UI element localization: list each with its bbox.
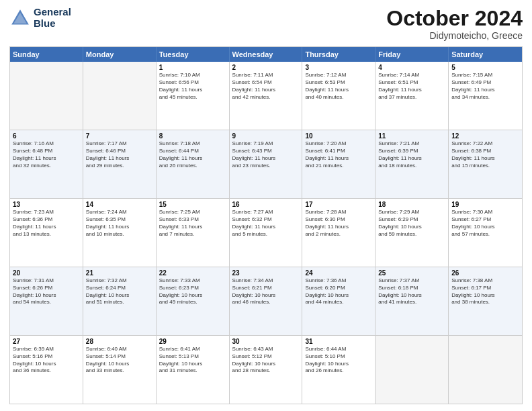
day-cell-5: 5Sunrise: 7:15 AM Sunset: 6:49 PM Daylig… <box>449 62 522 130</box>
day-cell-1: 1Sunrise: 7:10 AM Sunset: 6:56 PM Daylig… <box>157 62 230 130</box>
day-number: 26 <box>451 269 519 277</box>
calendar-body: 1Sunrise: 7:10 AM Sunset: 6:56 PM Daylig… <box>10 62 522 404</box>
logo-line1: General <box>34 7 71 18</box>
day-info: Sunrise: 7:30 AM Sunset: 6:27 PM Dayligh… <box>451 209 519 238</box>
day-cell-14: 14Sunrise: 7:24 AM Sunset: 6:35 PM Dayli… <box>83 199 157 267</box>
day-number: 8 <box>159 132 226 140</box>
day-cell-13: 13Sunrise: 7:23 AM Sunset: 6:36 PM Dayli… <box>10 199 83 267</box>
logo: General Blue <box>9 7 71 29</box>
day-number: 29 <box>159 338 226 345</box>
day-info: Sunrise: 7:25 AM Sunset: 6:33 PM Dayligh… <box>159 209 226 238</box>
day-info: Sunrise: 7:16 AM Sunset: 6:48 PM Dayligh… <box>13 140 80 169</box>
calendar-row-0: 1Sunrise: 7:10 AM Sunset: 6:56 PM Daylig… <box>10 62 522 130</box>
day-cell-27: 27Sunrise: 6:39 AM Sunset: 5:16 PM Dayli… <box>10 336 83 404</box>
day-number: 13 <box>13 201 80 208</box>
day-cell-10: 10Sunrise: 7:20 AM Sunset: 6:41 PM Dayli… <box>302 130 375 198</box>
day-number: 23 <box>232 269 300 277</box>
day-number: 4 <box>378 64 445 71</box>
day-number: 30 <box>232 338 300 345</box>
day-info: Sunrise: 7:33 AM Sunset: 6:23 PM Dayligh… <box>159 277 226 306</box>
day-cell-6: 6Sunrise: 7:16 AM Sunset: 6:48 PM Daylig… <box>10 130 83 198</box>
day-info: Sunrise: 7:14 AM Sunset: 6:51 PM Dayligh… <box>378 72 445 101</box>
day-info: Sunrise: 6:39 AM Sunset: 5:16 PM Dayligh… <box>13 346 80 375</box>
day-number: 22 <box>159 269 226 277</box>
day-info: Sunrise: 7:22 AM Sunset: 6:38 PM Dayligh… <box>451 140 519 169</box>
calendar-row-1: 6Sunrise: 7:16 AM Sunset: 6:48 PM Daylig… <box>10 130 522 198</box>
day-cell-20: 20Sunrise: 7:31 AM Sunset: 6:26 PM Dayli… <box>10 267 83 335</box>
day-cell-3: 3Sunrise: 7:12 AM Sunset: 6:53 PM Daylig… <box>302 62 375 130</box>
empty-cell <box>83 62 157 130</box>
empty-cell <box>10 62 83 130</box>
day-cell-24: 24Sunrise: 7:36 AM Sunset: 6:20 PM Dayli… <box>302 267 375 335</box>
day-info: Sunrise: 7:12 AM Sunset: 6:53 PM Dayligh… <box>305 72 372 101</box>
day-cell-29: 29Sunrise: 6:41 AM Sunset: 5:13 PM Dayli… <box>157 336 230 404</box>
header-day-saturday: Saturday <box>449 47 522 62</box>
day-info: Sunrise: 7:10 AM Sunset: 6:56 PM Dayligh… <box>159 72 226 101</box>
day-info: Sunrise: 7:38 AM Sunset: 6:17 PM Dayligh… <box>451 277 519 306</box>
day-number: 17 <box>305 201 372 208</box>
day-number: 3 <box>305 64 372 71</box>
page: General Blue October 2024 Didymoteicho, … <box>0 0 532 411</box>
day-info: Sunrise: 7:11 AM Sunset: 6:54 PM Dayligh… <box>232 72 300 101</box>
day-cell-28: 28Sunrise: 6:40 AM Sunset: 5:14 PM Dayli… <box>83 336 157 404</box>
header-day-thursday: Thursday <box>302 47 375 62</box>
day-info: Sunrise: 7:19 AM Sunset: 6:43 PM Dayligh… <box>232 140 300 169</box>
day-info: Sunrise: 7:32 AM Sunset: 6:24 PM Dayligh… <box>86 277 153 306</box>
day-number: 19 <box>451 201 519 208</box>
day-number: 15 <box>159 201 226 208</box>
day-number: 9 <box>232 132 300 140</box>
logo-icon <box>9 7 31 29</box>
day-cell-9: 9Sunrise: 7:19 AM Sunset: 6:43 PM Daylig… <box>230 130 303 198</box>
day-info: Sunrise: 7:28 AM Sunset: 6:30 PM Dayligh… <box>305 209 372 238</box>
title-block: October 2024 Didymoteicho, Greece <box>386 7 523 41</box>
day-info: Sunrise: 7:20 AM Sunset: 6:41 PM Dayligh… <box>305 140 372 169</box>
day-number: 21 <box>86 269 153 277</box>
day-info: Sunrise: 7:29 AM Sunset: 6:29 PM Dayligh… <box>378 209 445 238</box>
day-info: Sunrise: 7:27 AM Sunset: 6:32 PM Dayligh… <box>232 209 300 238</box>
empty-cell <box>375 336 449 404</box>
header: General Blue October 2024 Didymoteicho, … <box>9 7 523 41</box>
day-number: 16 <box>232 201 300 208</box>
day-cell-11: 11Sunrise: 7:21 AM Sunset: 6:39 PM Dayli… <box>375 130 449 198</box>
day-cell-30: 30Sunrise: 6:43 AM Sunset: 5:12 PM Dayli… <box>230 336 303 404</box>
day-cell-12: 12Sunrise: 7:22 AM Sunset: 6:38 PM Dayli… <box>449 130 522 198</box>
calendar-row-4: 27Sunrise: 6:39 AM Sunset: 5:16 PM Dayli… <box>10 335 522 404</box>
day-info: Sunrise: 7:18 AM Sunset: 6:44 PM Dayligh… <box>159 140 226 169</box>
day-number: 1 <box>159 64 226 71</box>
day-number: 12 <box>451 132 519 140</box>
day-cell-16: 16Sunrise: 7:27 AM Sunset: 6:32 PM Dayli… <box>230 199 303 267</box>
day-cell-19: 19Sunrise: 7:30 AM Sunset: 6:27 PM Dayli… <box>449 199 522 267</box>
day-info: Sunrise: 7:34 AM Sunset: 6:21 PM Dayligh… <box>232 277 300 306</box>
location: Didymoteicho, Greece <box>386 30 523 41</box>
day-number: 28 <box>86 338 153 345</box>
day-number: 2 <box>232 64 300 71</box>
day-cell-2: 2Sunrise: 7:11 AM Sunset: 6:54 PM Daylig… <box>230 62 303 130</box>
day-number: 24 <box>305 269 372 277</box>
day-cell-17: 17Sunrise: 7:28 AM Sunset: 6:30 PM Dayli… <box>302 199 375 267</box>
day-info: Sunrise: 6:44 AM Sunset: 5:10 PM Dayligh… <box>305 346 372 375</box>
day-cell-25: 25Sunrise: 7:37 AM Sunset: 6:18 PM Dayli… <box>375 267 449 335</box>
day-info: Sunrise: 7:37 AM Sunset: 6:18 PM Dayligh… <box>378 277 445 306</box>
calendar-row-3: 20Sunrise: 7:31 AM Sunset: 6:26 PM Dayli… <box>10 267 522 335</box>
day-number: 25 <box>378 269 445 277</box>
day-cell-26: 26Sunrise: 7:38 AM Sunset: 6:17 PM Dayli… <box>449 267 522 335</box>
day-cell-4: 4Sunrise: 7:14 AM Sunset: 6:51 PM Daylig… <box>375 62 449 130</box>
day-cell-8: 8Sunrise: 7:18 AM Sunset: 6:44 PM Daylig… <box>157 130 230 198</box>
calendar-header: SundayMondayTuesdayWednesdayThursdayFrid… <box>10 47 522 62</box>
header-day-wednesday: Wednesday <box>230 47 303 62</box>
day-info: Sunrise: 7:36 AM Sunset: 6:20 PM Dayligh… <box>305 277 372 306</box>
day-info: Sunrise: 7:24 AM Sunset: 6:35 PM Dayligh… <box>86 209 153 238</box>
day-number: 10 <box>305 132 372 140</box>
header-day-sunday: Sunday <box>10 47 83 62</box>
day-cell-22: 22Sunrise: 7:33 AM Sunset: 6:23 PM Dayli… <box>157 267 230 335</box>
day-info: Sunrise: 7:21 AM Sunset: 6:39 PM Dayligh… <box>378 140 445 169</box>
logo-line2: Blue <box>34 18 71 30</box>
day-number: 11 <box>378 132 445 140</box>
month-title: October 2024 <box>386 7 523 30</box>
header-day-friday: Friday <box>375 47 449 62</box>
day-number: 14 <box>86 201 153 208</box>
day-info: Sunrise: 7:15 AM Sunset: 6:49 PM Dayligh… <box>451 72 519 101</box>
day-number: 18 <box>378 201 445 208</box>
day-info: Sunrise: 7:31 AM Sunset: 6:26 PM Dayligh… <box>13 277 80 306</box>
day-cell-23: 23Sunrise: 7:34 AM Sunset: 6:21 PM Dayli… <box>230 267 303 335</box>
